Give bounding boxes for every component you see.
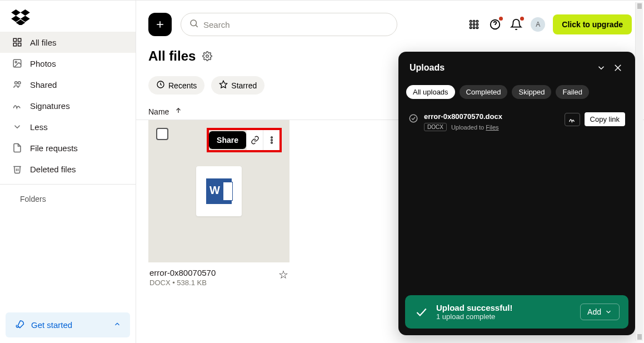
help-icon[interactable] (488, 18, 502, 31)
sidebar-item-less[interactable]: Less (0, 116, 136, 137)
check-icon (414, 305, 428, 319)
uploads-panel: Uploads All uploads Completed Skipped Fa… (398, 52, 635, 335)
sidebar-item-label: Shared (30, 80, 57, 90)
file-name: error-0x80070570 (149, 268, 216, 277)
uploads-tab-all[interactable]: All uploads (406, 85, 455, 99)
svg-rect-5 (13, 38, 16, 41)
add-label: Add (587, 307, 601, 316)
chip-label: Starred (231, 81, 257, 90)
all-files-icon (12, 37, 22, 47)
svg-point-11 (15, 82, 18, 84)
svg-point-37 (410, 115, 417, 122)
bell-icon[interactable] (510, 18, 523, 31)
uploads-title: Uploads (410, 63, 445, 73)
column-header-label: Name (148, 107, 169, 116)
uploads-tab-completed[interactable]: Completed (460, 85, 508, 99)
divider (0, 184, 136, 185)
svg-point-18 (473, 21, 475, 22)
trash-icon (12, 164, 22, 174)
gear-icon[interactable] (202, 51, 212, 61)
clock-icon (156, 80, 165, 91)
sidebar-item-label: Deleted files (30, 165, 76, 174)
get-started-label: Get started (31, 320, 72, 330)
select-checkbox[interactable] (156, 128, 168, 140)
sort-arrow-up-icon (174, 107, 182, 116)
star-button[interactable]: ☆ (278, 268, 288, 281)
get-started-button[interactable]: Get started (6, 312, 130, 337)
ext-badge: DOCX (424, 123, 447, 131)
collapse-button[interactable] (595, 62, 607, 74)
svg-point-19 (476, 21, 478, 22)
svg-point-20 (470, 23, 472, 25)
upload-success-banner: Upload successful! 1 upload complete Add (405, 295, 628, 329)
copy-link-button[interactable]: Copy link (585, 112, 625, 126)
svg-point-33 (271, 140, 272, 141)
add-button[interactable] (148, 13, 172, 36)
sidebar-item-deleted-files[interactable]: Deleted files (0, 158, 136, 180)
more-button[interactable] (263, 130, 279, 150)
file-thumbnail: Share (148, 120, 289, 262)
add-dropdown[interactable]: Add (580, 304, 620, 320)
check-icon (408, 113, 418, 123)
success-title: Upload successful! (436, 303, 513, 312)
notification-dot (499, 17, 503, 21)
folders-label: Folders (20, 195, 46, 203)
scrollbar[interactable] (635, 2, 643, 341)
file-icon (196, 166, 242, 216)
signatures-icon (12, 101, 22, 111)
svg-point-32 (271, 137, 272, 138)
upgrade-button[interactable]: Click to upgrade (553, 14, 632, 34)
avatar[interactable]: A (531, 17, 545, 32)
copy-link-button[interactable] (246, 130, 263, 150)
svg-line-16 (196, 25, 197, 27)
file-details: DOCX • 538.1 KB (149, 279, 216, 287)
close-button[interactable] (612, 62, 624, 74)
svg-marker-1 (21, 9, 30, 16)
svg-point-17 (470, 21, 472, 22)
chip-starred[interactable]: Starred (211, 76, 264, 95)
shared-icon (12, 79, 22, 90)
search-field[interactable] (181, 13, 397, 36)
sidebar-item-signatures[interactable]: Signatures (0, 95, 136, 116)
uploads-tab-failed[interactable]: Failed (556, 85, 588, 99)
svg-marker-30 (220, 81, 227, 88)
sidebar-folders[interactable]: Folders (0, 189, 136, 209)
svg-rect-6 (18, 38, 21, 41)
svg-point-15 (191, 20, 197, 26)
chevron-down-icon (12, 122, 22, 132)
sidebar-item-label: Less (30, 122, 48, 132)
share-button[interactable]: Share (209, 131, 246, 149)
search-input[interactable] (203, 20, 389, 29)
sidebar-item-photos[interactable]: Photos (0, 53, 136, 74)
svg-point-25 (476, 27, 478, 28)
upload-destination: Uploaded to Files (451, 124, 499, 131)
sidebar-item-file-requests[interactable]: File requests (0, 137, 136, 158)
word-docx-icon (206, 178, 232, 204)
svg-point-21 (473, 23, 475, 25)
svg-rect-7 (13, 43, 16, 46)
page-title: All files (148, 48, 196, 64)
notification-dot (520, 17, 524, 21)
chip-label: Recents (168, 81, 197, 90)
chevron-up-icon (113, 320, 121, 330)
svg-point-10 (15, 61, 17, 63)
success-subtitle: 1 upload complete (436, 312, 513, 321)
destination-link[interactable]: Files (486, 124, 498, 131)
svg-point-22 (476, 23, 478, 25)
sidebar-item-all-files[interactable]: All files (0, 32, 136, 53)
sign-button[interactable] (565, 113, 580, 126)
sidebar-item-label: Photos (30, 59, 56, 68)
photos-icon (12, 58, 22, 68)
apps-grid-icon[interactable] (467, 18, 481, 31)
sidebar-item-label: All files (30, 38, 57, 47)
file-tile[interactable]: Share (148, 120, 289, 292)
upload-item: error-0x80070570.docx DOCX Uploaded to F… (407, 108, 626, 136)
dropbox-logo[interactable] (0, 1, 136, 32)
star-icon (219, 80, 228, 91)
svg-rect-8 (18, 43, 21, 46)
chip-recents[interactable]: Recents (148, 76, 204, 95)
sidebar-item-shared[interactable]: Shared (0, 74, 136, 95)
uploads-tab-skipped[interactable]: Skipped (512, 85, 551, 99)
svg-point-28 (206, 55, 209, 58)
svg-point-24 (473, 27, 475, 28)
